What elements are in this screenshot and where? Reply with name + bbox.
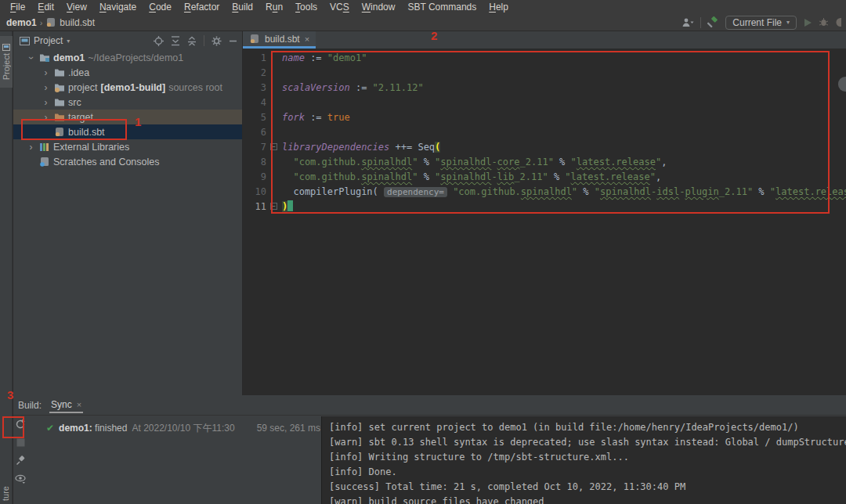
build-status-row[interactable]: ✔ demo1: finished At 2022/10/10 下午11:30 …	[34, 420, 320, 436]
code-token: "demo1"	[327, 52, 367, 63]
code-token: spinalhdl	[361, 157, 412, 167]
menu-window[interactable]: Window	[356, 2, 401, 13]
debug-icon[interactable]	[819, 17, 829, 27]
tab-sync[interactable]: Sync ×	[49, 398, 83, 413]
line-number: 1	[243, 51, 266, 66]
menu-edit[interactable]: Edit	[32, 2, 60, 13]
tree-item-label: External Libraries	[53, 142, 129, 153]
collapse-all-icon[interactable]	[187, 36, 197, 46]
locate-icon[interactable]	[154, 36, 164, 46]
line-number: 4	[243, 95, 266, 110]
code-line[interactable]: "com.github.spinalhdl" % "spinalhdl-core…	[282, 155, 846, 170]
tree-item-src[interactable]: ›src	[13, 95, 242, 110]
chevron-icon[interactable]: ›	[42, 82, 50, 93]
coverage-icon[interactable]	[835, 17, 841, 27]
text-cursor	[287, 200, 293, 211]
tree-item-label: Scratches and Consoles	[53, 157, 160, 167]
main-toolbar: Current File ▾	[682, 16, 846, 30]
close-icon[interactable]: ×	[305, 34, 309, 44]
sbt-file-icon	[249, 34, 260, 44]
line-number: 8	[243, 155, 266, 170]
code-line[interactable]: name := "demo1"	[282, 51, 846, 66]
chevron-down-icon[interactable]: ▾	[67, 38, 70, 45]
menu-file[interactable]: File	[5, 2, 31, 13]
build-console-output[interactable]: [info] set current project to demo1 (in …	[321, 416, 846, 504]
close-icon[interactable]: ×	[77, 400, 81, 409]
run-configuration-select[interactable]: Current File ▾	[725, 16, 797, 30]
build-status-text: demo1: finished	[59, 423, 127, 434]
menu-vcs[interactable]: VCS	[324, 2, 355, 13]
menu-run[interactable]: Run	[260, 2, 288, 13]
libraries-icon	[39, 142, 50, 152]
run-icon[interactable]	[803, 18, 812, 27]
pin-icon[interactable]	[16, 455, 26, 466]
menu-build[interactable]: Build	[226, 2, 258, 13]
folder-sources-icon	[54, 82, 65, 92]
code-editor[interactable]: 1234567891011 −− name := "demo1" scalaVe…	[243, 49, 846, 395]
menu-bar: FileEditViewNavigateCodeRefactorBuildRun…	[0, 0, 846, 14]
tree-item-build.sbt[interactable]: build.sbt	[13, 124, 242, 139]
user-icon[interactable]	[682, 17, 694, 27]
breadcrumb-file[interactable]: build.sbt	[45, 17, 95, 28]
code-line[interactable]: )	[282, 200, 846, 214]
menu-view[interactable]: View	[61, 2, 92, 13]
settings-gear-icon[interactable]	[212, 36, 222, 46]
code-token: "	[770, 186, 776, 197]
sbt-file-icon	[249, 34, 260, 44]
code-line[interactable]: "com.github.spinalhdl" % "spinalhdl-lib_…	[282, 170, 846, 185]
menu-refactor[interactable]: Refactor	[179, 2, 225, 13]
tree-item-label: project	[68, 82, 98, 93]
breadcrumb-project[interactable]: demo1	[6, 17, 37, 28]
chevron-icon[interactable]: ›	[26, 53, 37, 62]
project-panel-title[interactable]: Project	[34, 35, 63, 46]
chevron-icon[interactable]: ›	[27, 142, 35, 153]
code-line[interactable]	[282, 66, 846, 81]
code-line[interactable]: fork := true	[282, 110, 846, 125]
menu-help[interactable]: Help	[483, 2, 514, 13]
tree-item-project[interactable]: ›project [demo1-build] sources root	[13, 80, 242, 95]
tree-item-scratches-and-consoles[interactable]: Scratches and Consoles	[13, 154, 242, 169]
menu-sbt-commands[interactable]: SBT Commands	[402, 2, 482, 13]
stripe-button-project[interactable]: Project	[0, 36, 13, 88]
code-token: core	[497, 157, 520, 167]
menu-code[interactable]: Code	[143, 2, 177, 13]
fold-marker-icon[interactable]: −	[270, 143, 277, 150]
chevron-icon[interactable]: ›	[42, 112, 50, 123]
tree-item-demo1[interactable]: ›demo1 ~/IdeaProjects/demo1	[13, 50, 242, 65]
code-token: "	[565, 171, 570, 182]
tree-item-target[interactable]: ›target	[13, 110, 242, 124]
tree-item-external-libraries[interactable]: ›External Libraries	[13, 139, 242, 154]
folder-icon	[54, 97, 65, 107]
filter-eye-icon[interactable]	[15, 474, 26, 484]
code-token: _2.11"	[520, 157, 554, 167]
code-token: name	[282, 52, 305, 63]
code-token: %	[418, 171, 435, 182]
code-line[interactable]: scalaVersion := "2.11.12"	[282, 81, 846, 95]
code-line[interactable]: compilerPlugin( dependency= "com.github.…	[282, 185, 846, 200]
inspections-widget[interactable]	[838, 77, 846, 92]
console-line: [info] Writing structure to /tmp/sbt-str…	[329, 450, 846, 465]
editor-code[interactable]: name := "demo1" scalaVersion := "2.11.12…	[282, 51, 846, 214]
chevron-icon[interactable]: ›	[42, 97, 50, 108]
build-hammer-icon[interactable]	[707, 16, 719, 28]
tab-build-sbt[interactable]: build.sbt ×	[243, 31, 316, 49]
code-line[interactable]: libraryDependencies ++= Seq(	[282, 140, 846, 155]
menu-navigate[interactable]: Navigate	[94, 2, 142, 13]
tree-item-label: build.sbt	[68, 127, 105, 138]
code-line[interactable]	[282, 95, 846, 110]
expand-all-icon[interactable]	[171, 36, 180, 46]
menu-tools[interactable]: Tools	[290, 2, 323, 13]
code-token: latest.release	[776, 186, 846, 197]
fold-marker-icon[interactable]: −	[270, 203, 277, 210]
reload-icon[interactable]	[15, 419, 26, 430]
code-line[interactable]	[282, 125, 846, 140]
code-token: ,	[661, 157, 667, 167]
code-token: -	[491, 171, 497, 182]
chevron-icon[interactable]: ›	[42, 67, 50, 78]
code-token: scalaVersion	[282, 82, 350, 93]
stripe-button-structure[interactable]: ture	[1, 486, 10, 504]
hide-panel-icon[interactable]	[229, 37, 237, 45]
tree-item-.idea[interactable]: ›.idea	[13, 65, 242, 80]
tree-item-label: [demo1-build]	[101, 82, 166, 93]
console-line: [warn] sbt 0.13 shell syntax is deprecat…	[329, 435, 846, 450]
